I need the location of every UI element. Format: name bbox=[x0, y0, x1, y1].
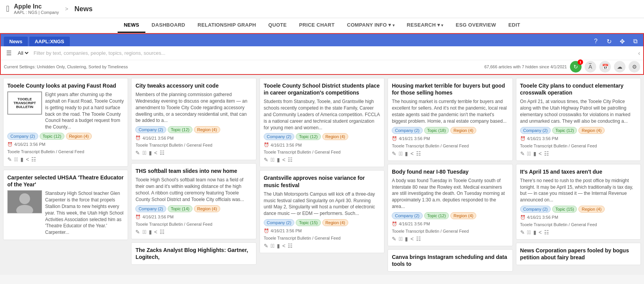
hide-article-icon[interactable]: 👁̸ bbox=[142, 150, 146, 156]
article-tag[interactable]: Company (2) bbox=[264, 133, 295, 140]
hide-article-icon[interactable]: 👁̸ bbox=[527, 150, 531, 157]
copy-article-icon[interactable]: ▮ bbox=[149, 150, 152, 156]
article-tag[interactable]: Company (2) bbox=[7, 133, 38, 140]
hide-article-icon[interactable]: 👁̸ bbox=[271, 157, 275, 163]
settings-button[interactable]: ⚙ bbox=[629, 61, 640, 73]
copy-article-icon[interactable]: ▮ bbox=[533, 150, 536, 157]
edit-article-icon[interactable]: ✎ bbox=[135, 229, 140, 235]
nav-item-dashboard[interactable]: DASHBOARD bbox=[145, 18, 191, 33]
share-article-icon[interactable]: < bbox=[410, 236, 413, 242]
filter-collapse-icon[interactable]: ‹ bbox=[638, 50, 640, 57]
article-tag[interactable]: Region (4) bbox=[194, 126, 220, 133]
copy-article-icon[interactable]: ▮ bbox=[20, 156, 24, 162]
article-tag[interactable]: Topic (15) bbox=[296, 219, 320, 226]
filter-tab-news[interactable]: News bbox=[4, 37, 28, 46]
more-article-icon[interactable]: ☷ bbox=[416, 236, 421, 242]
article-title[interactable]: Tooele County School District students p… bbox=[264, 82, 380, 96]
more-article-icon[interactable]: ☷ bbox=[544, 150, 549, 157]
article-title[interactable]: Housing market terrible for buyers but g… bbox=[392, 82, 508, 96]
hide-article-icon[interactable]: 👁̸ bbox=[271, 243, 275, 249]
filter-menu-icon[interactable]: ☰ bbox=[4, 49, 14, 57]
share-article-icon[interactable]: < bbox=[410, 150, 413, 157]
article-tag[interactable]: Region (4) bbox=[66, 133, 92, 140]
share-article-icon[interactable]: < bbox=[154, 150, 157, 156]
more-article-icon[interactable]: ☷ bbox=[160, 150, 165, 156]
article-tag[interactable]: Topic (12) bbox=[296, 133, 320, 140]
article-tag[interactable]: Company (2) bbox=[135, 205, 166, 212]
nav-item-news[interactable]: NEWS bbox=[118, 18, 145, 33]
article-title[interactable]: THS softball team slides into new home bbox=[135, 167, 252, 174]
article-tag[interactable]: Region (4) bbox=[578, 127, 604, 134]
edit-article-icon[interactable]: ✎ bbox=[392, 150, 396, 157]
calendar-button[interactable]: 📅 bbox=[599, 61, 611, 73]
cloud-button[interactable]: ☁ bbox=[614, 61, 625, 73]
article-tag[interactable]: Topic (15) bbox=[552, 206, 577, 213]
copy-article-icon[interactable]: ▮ bbox=[277, 157, 280, 163]
hide-article-icon[interactable]: 👁̸ bbox=[142, 229, 146, 235]
article-tag[interactable]: Topic (12) bbox=[552, 127, 577, 134]
copy-article-icon[interactable]: ▮ bbox=[277, 243, 280, 249]
refresh-count-button[interactable]: ↻ 1 bbox=[570, 61, 582, 73]
article-tag[interactable]: Topic (18) bbox=[424, 127, 449, 134]
copy-article-icon[interactable]: ▮ bbox=[405, 150, 408, 157]
share-article-icon[interactable]: < bbox=[539, 150, 542, 157]
share-article-icon[interactable]: < bbox=[282, 243, 285, 249]
share-article-icon[interactable]: < bbox=[539, 229, 542, 235]
hide-article-icon[interactable]: 👁̸ bbox=[399, 236, 403, 242]
edit-article-icon[interactable]: ✎ bbox=[520, 150, 525, 157]
article-tag[interactable]: Region (4) bbox=[578, 206, 604, 213]
article-title[interactable]: Tooele County looks at paving Faust Road bbox=[7, 82, 124, 89]
article-title[interactable]: Carpenter selected UHSAA 'Theatre Educat… bbox=[7, 174, 124, 188]
nav-item-company-info[interactable]: COMPANY INFO ▾ bbox=[341, 18, 401, 33]
copy-article-icon[interactable]: ▮ bbox=[149, 229, 152, 235]
filter-text-input[interactable] bbox=[32, 49, 636, 57]
article-tag[interactable]: Region (4) bbox=[322, 219, 348, 226]
article-tag[interactable]: Company (2) bbox=[264, 219, 295, 226]
article-title[interactable]: Tooele City plans to conduct elementary … bbox=[520, 82, 637, 96]
article-tag[interactable]: Company (2) bbox=[520, 206, 551, 213]
article-tag[interactable]: Company (2) bbox=[392, 212, 423, 219]
nav-item-research[interactable]: RESEARCH ▾ bbox=[401, 18, 450, 33]
article-tag[interactable]: Region (4) bbox=[194, 205, 220, 212]
article-tag[interactable]: Company (2) bbox=[135, 126, 166, 133]
edit-article-icon[interactable]: ✎ bbox=[264, 157, 268, 163]
article-title[interactable]: Body found near I-80 Tuesday bbox=[392, 168, 508, 175]
refresh-icon[interactable]: ↻ bbox=[604, 36, 614, 46]
article-tag[interactable]: Region (4) bbox=[450, 127, 476, 134]
hide-article-icon[interactable]: 👁̸ bbox=[399, 150, 403, 157]
article-title[interactable]: It's April 15 and taxes aren't due bbox=[520, 168, 637, 175]
nav-item-esg-overview[interactable]: ESG OVERVIEW bbox=[450, 18, 502, 33]
article-tag[interactable]: Topic (12) bbox=[168, 126, 192, 133]
more-article-icon[interactable]: ☷ bbox=[288, 243, 293, 249]
edit-article-icon[interactable]: ✎ bbox=[135, 150, 140, 156]
external-link-icon[interactable]: ⧉ bbox=[630, 36, 640, 46]
hide-article-icon[interactable]: 👁̸ bbox=[527, 229, 531, 235]
article-title[interactable]: City tweaks accessory unit code bbox=[135, 82, 252, 89]
article-tag[interactable]: Topic (14) bbox=[168, 205, 192, 212]
article-title[interactable]: Canva brings Instagram scheduling and da… bbox=[392, 254, 508, 267]
more-article-icon[interactable]: ☷ bbox=[416, 150, 421, 157]
help-icon[interactable]: ? bbox=[591, 36, 601, 46]
article-title[interactable]: Grantsville approves noise variance for … bbox=[264, 174, 380, 188]
more-article-icon[interactable]: ☷ bbox=[160, 229, 165, 235]
filter-type-select[interactable]: All bbox=[16, 50, 30, 56]
share-article-icon[interactable]: < bbox=[154, 229, 157, 235]
nav-item-price-chart[interactable]: PRICE CHART bbox=[293, 18, 341, 33]
article-tag[interactable]: Company (2) bbox=[520, 127, 551, 134]
edit-article-icon[interactable]: ✎ bbox=[264, 243, 268, 249]
article-tag[interactable]: Company (2) bbox=[392, 127, 423, 134]
share-article-icon[interactable]: < bbox=[26, 156, 29, 162]
article-title[interactable]: News Corporation papers fooled by bogus … bbox=[520, 247, 637, 261]
article-tag[interactable]: Region (4) bbox=[322, 133, 348, 140]
edit-article-icon[interactable]: ✎ bbox=[520, 229, 525, 235]
more-article-icon[interactable]: ☷ bbox=[31, 156, 36, 162]
article-tag[interactable]: Topic (12) bbox=[424, 212, 449, 219]
nav-item-relationship-graph[interactable]: RELATIONSHIP GRAPH bbox=[191, 18, 262, 33]
edit-article-icon[interactable]: ✎ bbox=[392, 236, 396, 242]
article-tag[interactable]: Region (4) bbox=[450, 212, 476, 219]
copy-article-icon[interactable]: ▮ bbox=[405, 236, 408, 242]
more-article-icon[interactable]: ☷ bbox=[288, 157, 293, 163]
article-tag[interactable]: Topic (12) bbox=[40, 133, 64, 140]
filter-tab-ticker[interactable]: AAPL:XNGS bbox=[29, 37, 70, 46]
hide-article-icon[interactable]: 👁̸ bbox=[14, 156, 18, 162]
